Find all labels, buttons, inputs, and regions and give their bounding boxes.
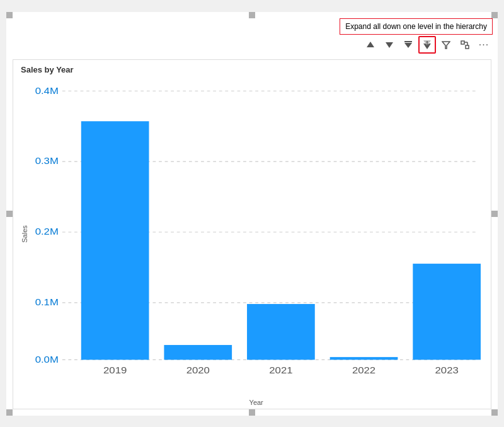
bar-2022[interactable] bbox=[330, 357, 398, 360]
chart-svg: 0.4M 0.3M 0.2M 0.1M 0.0M 2019 2020 bbox=[32, 78, 484, 387]
focus-mode-button[interactable] bbox=[456, 36, 474, 54]
resize-handle-tr[interactable] bbox=[491, 12, 498, 18]
resize-handle-top[interactable] bbox=[249, 12, 255, 18]
y-axis-label: Sales bbox=[21, 225, 28, 243]
svg-marker-2 bbox=[404, 43, 412, 48]
bar-2021[interactable] bbox=[247, 303, 315, 359]
svg-text:2022: 2022 bbox=[352, 365, 375, 375]
chart-container: Expand all down one level in the hierarc… bbox=[6, 12, 498, 416]
svg-text:0.3M: 0.3M bbox=[35, 156, 59, 166]
tooltip-text: Expand all down one level in the hierarc… bbox=[345, 22, 487, 31]
filter-icon bbox=[442, 40, 450, 49]
expand-all-down-icon bbox=[423, 40, 432, 50]
more-options-button[interactable]: ··· bbox=[475, 36, 493, 54]
chart-toolbar: ··· bbox=[362, 36, 493, 54]
svg-marker-10 bbox=[442, 42, 450, 49]
tooltip-expand-all: Expand all down one level in the hierarc… bbox=[340, 18, 493, 35]
bar-2020[interactable] bbox=[164, 344, 232, 359]
svg-text:0.2M: 0.2M bbox=[35, 226, 59, 237]
drill-down-button[interactable] bbox=[381, 36, 398, 54]
drill-up-button[interactable] bbox=[362, 36, 379, 54]
svg-rect-3 bbox=[404, 41, 412, 42]
svg-rect-12 bbox=[466, 45, 469, 49]
svg-text:0.4M: 0.4M bbox=[35, 85, 59, 95]
svg-text:0.1M: 0.1M bbox=[35, 296, 59, 307]
filter-button[interactable] bbox=[437, 36, 455, 54]
focus-mode-icon bbox=[461, 40, 469, 49]
x-axis-label: Year bbox=[249, 399, 263, 406]
svg-text:2020: 2020 bbox=[186, 365, 210, 375]
resize-handle-tl[interactable] bbox=[6, 12, 13, 18]
go-to-next-level-button[interactable] bbox=[399, 36, 417, 54]
svg-text:0.0M: 0.0M bbox=[35, 354, 59, 364]
chart-area: Sales by Year Sales Year 0.4M 0.3M 0.2 bbox=[13, 59, 491, 409]
resize-handle-right[interactable] bbox=[491, 211, 498, 217]
chart-title: Sales by Year bbox=[21, 65, 74, 74]
resize-handle-left[interactable] bbox=[6, 211, 13, 217]
drill-down-icon bbox=[385, 40, 394, 49]
resize-handle-br[interactable] bbox=[491, 409, 498, 416]
resize-handle-bottom[interactable] bbox=[249, 409, 255, 416]
more-options-icon: ··· bbox=[479, 39, 489, 50]
svg-rect-11 bbox=[461, 41, 464, 44]
next-level-icon bbox=[404, 40, 413, 50]
svg-text:2021: 2021 bbox=[269, 365, 292, 375]
resize-handle-bl[interactable] bbox=[6, 409, 13, 416]
bar-2019[interactable] bbox=[81, 121, 149, 360]
bar-2023[interactable] bbox=[413, 264, 481, 360]
svg-text:2023: 2023 bbox=[435, 365, 459, 375]
expand-all-down-button[interactable] bbox=[418, 36, 436, 54]
svg-marker-1 bbox=[386, 42, 393, 48]
svg-marker-0 bbox=[367, 42, 374, 47]
svg-text:2019: 2019 bbox=[103, 365, 127, 375]
drill-up-icon bbox=[366, 40, 375, 49]
bar-chart: 0.4M 0.3M 0.2M 0.1M 0.0M 2019 2020 bbox=[32, 78, 484, 387]
